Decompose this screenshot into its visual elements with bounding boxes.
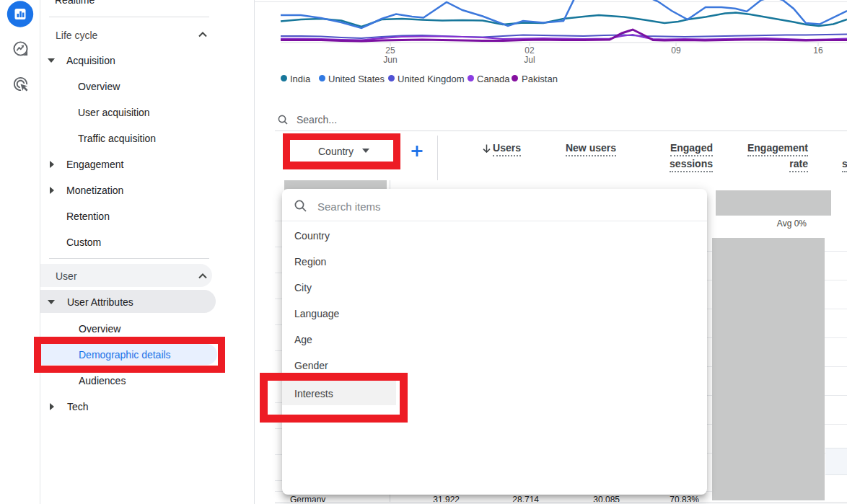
svg-text:Jul: Jul	[524, 55, 535, 65]
svg-text:09: 09	[671, 45, 681, 56]
svg-text:02: 02	[525, 45, 535, 56]
svg-text:16: 16	[813, 45, 823, 56]
svg-text:25: 25	[385, 45, 395, 56]
svg-text:Jun: Jun	[383, 55, 397, 65]
